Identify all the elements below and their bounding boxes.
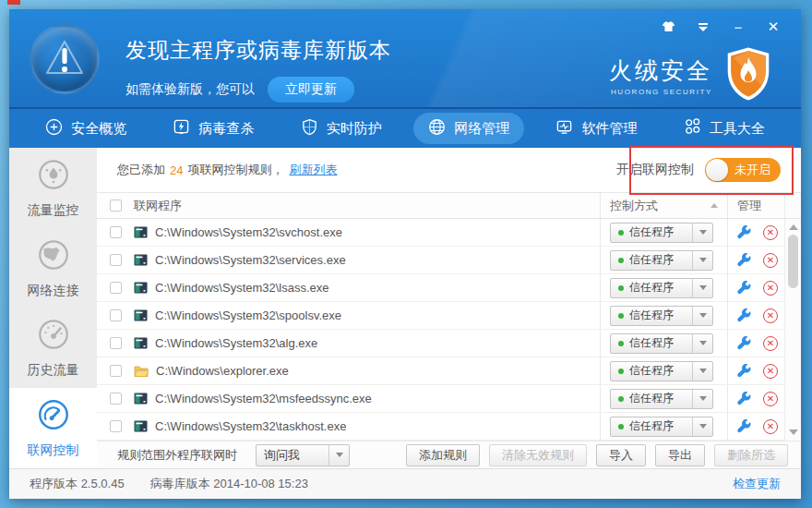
app-icon [134,393,148,405]
dropdown-arrow-icon[interactable] [692,279,712,297]
rules-info-suffix: 项联网控制规则， [187,162,283,178]
sidebar-item-traffic-history[interactable]: 历史流量 [9,308,97,389]
control-method-dropdown[interactable]: 信任程序 [610,333,713,354]
trust-status-dot [618,258,624,263]
dropdown-arrow-icon[interactable] [692,334,712,353]
row-checkbox[interactable] [110,226,122,238]
program-path: C:\Windows\System32\msfeedssync.exe [155,392,372,405]
dropdown-arrow-icon[interactable] [692,224,712,242]
minimize-icon[interactable]: − [727,18,749,36]
row-checkbox[interactable] [110,254,122,266]
folder-icon [134,365,149,377]
delete-selected-button[interactable]: 删除所选 [714,444,788,466]
toggle-knob[interactable] [706,159,728,181]
delete-rule-icon[interactable]: ✕ [763,364,778,379]
dropdown-arrow-icon[interactable] [692,251,712,270]
edit-rule-wrench-icon[interactable] [737,364,751,378]
rules-info-prefix: 您已添加 [117,162,165,178]
clear-invalid-rules-button[interactable]: 清除无效规则 [489,444,587,466]
control-method-dropdown[interactable]: 信任程序 [610,306,713,326]
edit-rule-wrench-icon[interactable] [737,336,751,350]
edit-rule-wrench-icon[interactable] [737,253,751,267]
update-banner: 发现主程序或病毒库新版本 如需体验新版，您可以 立即更新 火绒安全 HUORON… [9,9,801,109]
edit-rule-wrench-icon[interactable] [737,281,751,295]
dropdown-arrow-icon[interactable] [692,307,712,325]
sidebar-item-traffic-monitor[interactable]: 流量监控 [9,148,97,228]
network-control-toggle[interactable]: 未开启 [705,158,781,182]
delete-rule-icon[interactable]: ✕ [763,336,778,351]
control-method-dropdown[interactable]: 信任程序 [610,223,713,243]
delete-rule-icon[interactable]: ✕ [763,281,778,296]
program-version: 程序版本 2.5.0.45 [30,476,125,492]
table-row[interactable]: C:\Windows\System32\lsass.exe 信任程序 ✕ [97,274,801,302]
refresh-list-link[interactable]: 刷新列表 [289,162,337,178]
program-path: C:\Windows\System32\taskhost.exe [155,419,346,433]
header-manage: 管理 [727,193,784,218]
control-method-dropdown[interactable]: 信任程序 [610,250,713,271]
table-row[interactable]: C:\Windows\System32\taskhost.exe 信任程序 ✕ [97,413,801,441]
check-update-link[interactable]: 检查更新 [733,476,781,492]
dropdown-arrow-icon[interactable] [328,445,349,466]
delete-rule-icon[interactable]: ✕ [763,253,778,268]
table-row[interactable]: C:\Windows\System32\msfeedssync.exe 信任程序… [97,385,801,413]
row-checkbox[interactable] [110,420,122,432]
update-now-button[interactable]: 立即更新 [268,77,354,103]
brand-name: 火绒安全 [609,55,712,86]
select-all-checkbox[interactable] [110,200,122,212]
header-control-method[interactable]: 控制方式 [600,193,727,218]
import-button[interactable]: 导入 [596,444,646,466]
table-row[interactable]: C:\Windows\System32\svchost.exe 信任程序 ✕ [97,219,801,247]
close-icon[interactable]: ✕ [762,18,784,36]
edit-rule-wrench-icon[interactable] [737,392,751,405]
table-row[interactable]: C:\Windows\explorer.exe 信任程序 ✕ [97,357,801,385]
edit-rule-wrench-icon[interactable] [737,225,751,239]
table-row[interactable]: C:\Windows\System32\services.exe 信任程序 ✕ [97,247,801,274]
row-checkbox[interactable] [110,393,122,405]
tab-security-overview[interactable]: 安全概览 [30,113,141,144]
control-method-dropdown[interactable]: 信任程序 [610,361,713,381]
row-checkbox[interactable] [110,337,122,349]
monitor-pulse-icon [555,118,573,139]
row-checkbox[interactable] [110,282,122,294]
program-path: C:\Windows\System32\services.exe [155,253,346,267]
tab-toolbox[interactable]: 工具大全 [669,113,780,144]
table-header: 联网程序 控制方式 管理 [97,192,801,219]
main-menu-icon[interactable] [692,18,714,36]
delete-rule-icon[interactable]: ✕ [763,225,778,240]
scrollbar-thumb[interactable] [788,235,798,288]
delete-rule-icon[interactable]: ✕ [763,308,778,323]
sidebar-item-network-connections[interactable]: 网络连接 [9,228,97,308]
sort-ascending-icon [710,203,718,208]
sidebar: 流量监控 网络连接 历史流量 [9,148,97,468]
table-row[interactable]: C:\Windows\System32\alg.exe 信任程序 ✕ [97,330,801,357]
sidebar-item-network-control[interactable]: 联网控制 [9,388,97,468]
app-icon [134,309,148,321]
edit-rule-wrench-icon[interactable] [737,308,751,322]
desktop-icon-fragment [7,0,20,5]
control-method-dropdown[interactable]: 信任程序 [610,417,713,437]
tab-realtime-protection[interactable]: 实时防护 [286,113,397,144]
edit-rule-wrench-icon[interactable] [737,419,751,433]
tab-virus-scan[interactable]: 病毒查杀 [158,113,269,144]
add-rule-button[interactable]: 添加规则 [406,444,480,466]
scroll-up-icon[interactable] [789,224,798,230]
dropdown-arrow-icon[interactable] [692,417,712,436]
scroll-down-icon[interactable] [789,429,798,435]
export-button[interactable]: 导出 [655,444,705,466]
dropdown-arrow-icon[interactable] [692,362,712,381]
delete-rule-icon[interactable]: ✕ [763,392,778,406]
row-checkbox[interactable] [110,309,122,321]
table-row[interactable]: C:\Windows\System32\spoolsv.exe 信任程序 ✕ [97,302,801,330]
row-checkbox[interactable] [110,365,122,377]
program-path: C:\Windows\System32\svchost.exe [155,225,342,239]
tab-network-management[interactable]: 网络管理 [413,113,524,144]
ask-me-dropdown[interactable]: 询问我 [256,444,350,466]
tab-software-management[interactable]: 软件管理 [541,113,651,144]
program-path: C:\Windows\explorer.exe [156,364,289,378]
dropdown-arrow-icon[interactable] [692,390,712,408]
skin-theme-icon[interactable] [657,18,679,36]
control-method-dropdown[interactable]: 信任程序 [610,389,713,409]
delete-rule-icon[interactable]: ✕ [763,419,778,434]
table-scrollbar[interactable] [784,219,801,441]
control-method-dropdown[interactable]: 信任程序 [610,278,713,298]
